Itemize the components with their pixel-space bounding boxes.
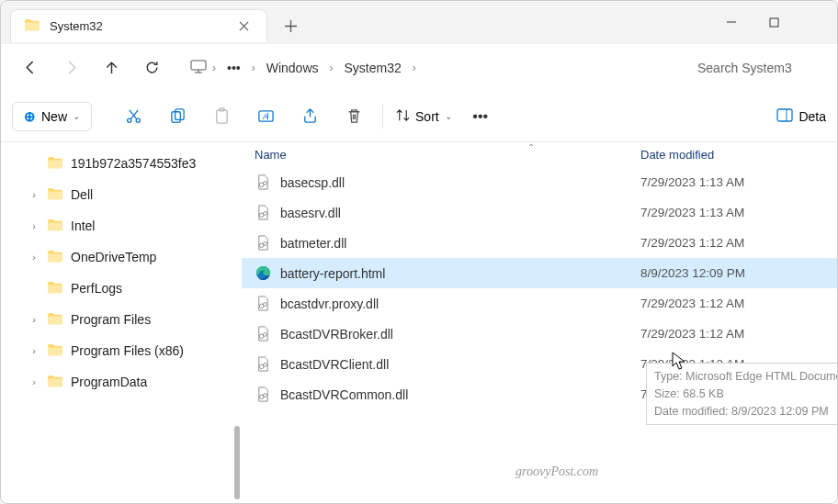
sidebar-item[interactable]: ›Program Files bbox=[1, 304, 242, 335]
sidebar-item[interactable]: ›Dell bbox=[1, 179, 242, 210]
sidebar-item[interactable]: ›Intel bbox=[1, 210, 242, 241]
file-list: ⌃ Name Date modified basecsp.dll7/29/202… bbox=[242, 142, 837, 504]
new-label: New bbox=[41, 109, 67, 124]
pc-icon[interactable] bbox=[190, 60, 207, 76]
svg-rect-0 bbox=[770, 18, 778, 27]
folder-icon bbox=[47, 281, 63, 297]
dll-icon bbox=[255, 326, 271, 342]
dll-icon bbox=[255, 235, 271, 252]
window-controls bbox=[710, 4, 837, 40]
folder-icon bbox=[47, 250, 63, 265]
svg-rect-1 bbox=[191, 61, 206, 70]
breadcrumb-windows[interactable]: Windows bbox=[261, 57, 324, 79]
dll-icon bbox=[255, 386, 271, 403]
divider bbox=[382, 105, 383, 129]
file-name: BcastDVRClient.dll bbox=[280, 357, 631, 372]
plus-icon: ⊕ bbox=[24, 108, 36, 125]
sidebar-item-label: OneDriveTemp bbox=[71, 250, 156, 264]
sidebar-item-label: Dell bbox=[71, 187, 93, 202]
sidebar-item-label: ProgramData bbox=[71, 375, 147, 389]
titlebar: System32 bbox=[1, 1, 837, 43]
column-name[interactable]: Name bbox=[255, 148, 640, 162]
placeholder bbox=[795, 4, 837, 40]
expand-icon[interactable]: › bbox=[28, 376, 40, 387]
edge-icon bbox=[255, 265, 271, 282]
file-name: batmeter.dll bbox=[280, 236, 631, 251]
file-row[interactable]: battery-report.html8/9/2023 12:09 PM bbox=[242, 258, 837, 288]
tooltip-date: Date modified: 8/9/2023 12:09 PM bbox=[654, 403, 838, 420]
chevron-right-icon[interactable]: › bbox=[328, 62, 335, 74]
breadcrumb-ellipsis[interactable]: ••• bbox=[221, 57, 246, 79]
file-date: 7/29/2023 1:12 AM bbox=[640, 297, 824, 310]
sort-icon bbox=[396, 108, 410, 125]
expand-icon[interactable]: › bbox=[28, 345, 40, 356]
file-date: 7/29/2023 1:13 AM bbox=[640, 206, 824, 219]
details-label: Deta bbox=[798, 109, 826, 124]
sidebar-item-label: Program Files (x86) bbox=[71, 343, 184, 358]
svg-rect-10 bbox=[777, 109, 792, 121]
chevron-down-icon: ⌄ bbox=[445, 111, 452, 121]
folder-icon bbox=[24, 18, 40, 35]
forward-button[interactable] bbox=[52, 50, 89, 86]
sidebar-item-label: Intel bbox=[71, 218, 95, 233]
sidebar-item[interactable]: ›Program Files (x86) bbox=[1, 335, 242, 366]
expand-icon[interactable]: › bbox=[28, 189, 40, 200]
expand-icon[interactable]: › bbox=[28, 220, 40, 231]
minimize-button[interactable] bbox=[710, 4, 753, 40]
chevron-right-icon[interactable]: › bbox=[210, 62, 218, 74]
file-row[interactable]: batmeter.dll7/29/2023 1:12 AM bbox=[242, 228, 837, 258]
more-button[interactable]: ••• bbox=[459, 98, 502, 135]
sort-button[interactable]: Sort ⌄ bbox=[391, 105, 458, 129]
new-button[interactable]: ⊕ New ⌄ bbox=[12, 102, 92, 131]
active-tab[interactable]: System32 bbox=[10, 9, 267, 42]
list-header: Name Date modified bbox=[242, 142, 837, 167]
column-date[interactable]: Date modified bbox=[640, 148, 824, 162]
sidebar-item[interactable]: 191b972a3574553fe3 bbox=[1, 148, 242, 179]
delete-button[interactable] bbox=[333, 98, 375, 135]
dll-icon bbox=[255, 296, 271, 312]
folder-icon bbox=[47, 187, 63, 203]
svg-rect-4 bbox=[171, 112, 180, 122]
folder-icon bbox=[47, 218, 63, 234]
refresh-button[interactable] bbox=[133, 50, 170, 86]
new-tab-button[interactable] bbox=[275, 10, 306, 41]
file-name: basecsp.dll bbox=[280, 175, 631, 190]
share-button[interactable] bbox=[289, 98, 331, 135]
sidebar-item-label: PerfLogs bbox=[71, 281, 122, 296]
chevron-down-icon: ⌄ bbox=[73, 111, 80, 121]
sidebar-item[interactable]: PerfLogs bbox=[1, 273, 242, 304]
sort-label: Sort bbox=[415, 109, 439, 124]
file-tooltip: Type: Microsoft Edge HTML Document Size:… bbox=[646, 363, 838, 425]
file-row[interactable]: BcastDVRBroker.dll7/29/2023 1:12 AM bbox=[242, 319, 837, 349]
expand-icon[interactable]: › bbox=[28, 314, 40, 325]
expand-icon[interactable]: › bbox=[28, 252, 40, 263]
sidebar-item[interactable]: ›OneDriveTemp bbox=[1, 241, 242, 273]
file-date: 7/29/2023 1:13 AM bbox=[640, 175, 824, 189]
copy-button[interactable] bbox=[156, 98, 198, 135]
maximize-button[interactable] bbox=[753, 4, 795, 40]
breadcrumb-system32[interactable]: System32 bbox=[339, 57, 407, 79]
search-input[interactable]: Search System3 bbox=[688, 53, 826, 83]
main-content: 191b972a3574553fe3›Dell›Intel›OneDriveTe… bbox=[1, 142, 837, 504]
cut-button[interactable] bbox=[112, 98, 154, 135]
sidebar-item[interactable]: ›ProgramData bbox=[1, 366, 242, 398]
tooltip-size: Size: 68.5 KB bbox=[654, 386, 838, 403]
back-button[interactable] bbox=[12, 50, 49, 86]
paste-button[interactable] bbox=[200, 98, 243, 135]
file-row[interactable]: basecsp.dll7/29/2023 1:13 AM bbox=[242, 167, 837, 197]
chevron-right-icon[interactable]: › bbox=[250, 62, 257, 74]
up-button[interactable] bbox=[93, 50, 130, 86]
file-name: BcastDVRBroker.dll bbox=[280, 327, 631, 342]
file-row[interactable]: bcastdvr.proxy.dll7/29/2023 1:12 AM bbox=[242, 288, 837, 319]
file-row[interactable]: basesrv.dll7/29/2023 1:13 AM bbox=[242, 197, 837, 228]
breadcrumb[interactable]: › ••• › Windows › System32 › bbox=[190, 57, 685, 79]
close-tab-button[interactable] bbox=[233, 17, 254, 37]
file-name: battery-report.html bbox=[280, 266, 631, 281]
dll-icon bbox=[255, 205, 271, 221]
scrollbar-thumb[interactable] bbox=[234, 426, 240, 499]
chevron-right-icon[interactable]: › bbox=[411, 62, 418, 74]
dll-icon bbox=[255, 174, 271, 191]
watermark: groovyPost.com bbox=[515, 465, 598, 479]
rename-button[interactable]: A bbox=[244, 98, 287, 135]
details-button[interactable]: Deta bbox=[776, 108, 826, 125]
